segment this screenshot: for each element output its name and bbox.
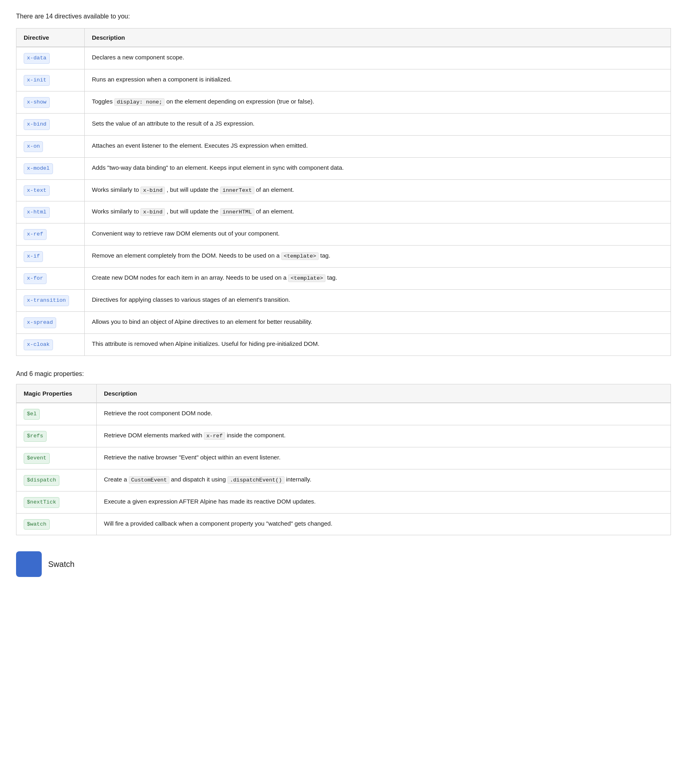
directive-description-cell: Convenient way to retrieve raw DOM eleme… [85, 223, 671, 246]
directive-name-cell: x-init [16, 69, 85, 91]
table-row: x-bindSets the value of an attribute to … [16, 113, 671, 135]
inline-code: innerHTML [220, 208, 254, 216]
magic-col2-header: Description [97, 384, 671, 403]
table-row: x-showToggles display: none; on the elem… [16, 91, 671, 113]
magic-badge: $dispatch [24, 475, 59, 486]
table-row: $dispatchCreate a CustomEvent and dispat… [16, 469, 671, 491]
table-row: $watchWill fire a provided callback when… [16, 513, 671, 535]
magic-description-cell: Create a CustomEvent and dispatch it usi… [97, 469, 671, 491]
magic-name-cell: $event [16, 447, 97, 469]
magic-description-cell: Retrieve the root component DOM node. [97, 403, 671, 425]
table-row: $eventRetrieve the native browser "Event… [16, 447, 671, 469]
directive-badge: x-text [24, 185, 50, 196]
directive-badge: x-init [24, 75, 50, 86]
magic-table: Magic Properties Description $elRetrieve… [16, 384, 671, 536]
directive-badge: x-transition [24, 295, 69, 306]
table-row: x-transitionDirectives for applying clas… [16, 290, 671, 312]
directive-description-cell: Toggles display: none; on the element de… [85, 91, 671, 113]
table-row: x-htmlWorks similarly to x-bind , but wi… [16, 201, 671, 223]
table-row: x-cloakThis attribute is removed when Al… [16, 333, 671, 355]
directive-name-cell: x-transition [16, 290, 85, 312]
directive-description-cell: Works similarly to x-bind , but will upd… [85, 201, 671, 223]
directive-badge: x-spread [24, 317, 56, 328]
swatch-color-box [16, 551, 42, 577]
table-row: x-modelAdds "two-way data binding" to an… [16, 157, 671, 179]
magic-name-cell: $dispatch [16, 469, 97, 491]
directives-table: Directive Description x-dataDeclares a n… [16, 28, 671, 356]
inline-code: x-bind [140, 208, 165, 216]
table-row: $refsRetrieve DOM elements marked with x… [16, 425, 671, 447]
directive-description-cell: Declares a new component scope. [85, 47, 671, 69]
magic-name-cell: $el [16, 403, 97, 425]
directive-description-cell: Works similarly to x-bind , but will upd… [85, 179, 671, 201]
table-row: x-ifRemove an element completely from th… [16, 246, 671, 268]
directives-col2-header: Description [85, 28, 671, 47]
magic-description-cell: Retrieve the native browser "Event" obje… [97, 447, 671, 469]
table-row: x-textWorks similarly to x-bind , but wi… [16, 179, 671, 201]
directive-badge: x-ref [24, 229, 47, 240]
table-row: x-onAttaches an event listener to the el… [16, 135, 671, 157]
table-row: x-spreadAllows you to bind an object of … [16, 312, 671, 334]
inline-code: .dispatchEvent() [228, 476, 285, 484]
table-row: $nextTickExecute a given expression AFTE… [16, 491, 671, 513]
directive-name-cell: x-text [16, 179, 85, 201]
directive-name-cell: x-if [16, 246, 85, 268]
table-row: x-initRuns an expression when a componen… [16, 69, 671, 91]
table-row: x-dataDeclares a new component scope. [16, 47, 671, 69]
directive-name-cell: x-spread [16, 312, 85, 334]
magic-badge: $el [24, 409, 40, 420]
directive-name-cell: x-data [16, 47, 85, 69]
magic-badge: $watch [24, 519, 50, 530]
directive-name-cell: x-model [16, 157, 85, 179]
directive-name-cell: x-for [16, 268, 85, 290]
directive-description-cell: This attribute is removed when Alpine in… [85, 333, 671, 355]
directive-badge: x-show [24, 97, 50, 108]
magic-description-cell: Retrieve DOM elements marked with x-ref … [97, 425, 671, 447]
intro-directives: There are 14 directives available to you… [16, 13, 671, 20]
magic-badge: $event [24, 453, 50, 464]
directive-description-cell: Adds "two-way data binding" to an elemen… [85, 157, 671, 179]
directive-badge: x-if [24, 251, 43, 262]
directive-name-cell: x-bind [16, 113, 85, 135]
swatch-area: Swatch [16, 551, 671, 577]
directive-name-cell: x-show [16, 91, 85, 113]
directives-col1-header: Directive [16, 28, 85, 47]
table-row: x-refConvenient way to retrieve raw DOM … [16, 223, 671, 246]
swatch-label: Swatch [48, 560, 75, 569]
directive-badge: x-for [24, 273, 47, 284]
directive-badge: x-model [24, 163, 53, 174]
directive-description-cell: Runs an expression when a component is i… [85, 69, 671, 91]
directive-description-cell: Sets the value of an attribute to the re… [85, 113, 671, 135]
magic-description-cell: Execute a given expression AFTER Alpine … [97, 491, 671, 513]
magic-name-cell: $watch [16, 513, 97, 535]
magic-badge: $refs [24, 431, 47, 442]
directive-badge: x-html [24, 207, 50, 218]
directive-badge: x-data [24, 53, 50, 64]
directive-badge: x-cloak [24, 339, 53, 350]
table-row: x-forCreate new DOM nodes for each item … [16, 268, 671, 290]
magic-description-cell: Will fire a provided callback when a com… [97, 513, 671, 535]
inline-code: innerText [220, 187, 254, 194]
directive-name-cell: x-on [16, 135, 85, 157]
table-row: $elRetrieve the root component DOM node. [16, 403, 671, 425]
directive-name-cell: x-cloak [16, 333, 85, 355]
intro-magic: And 6 magic properties: [16, 370, 671, 378]
magic-name-cell: $refs [16, 425, 97, 447]
inline-code: x-bind [140, 187, 165, 194]
directive-badge: x-on [24, 141, 43, 152]
inline-code: CustomEvent [129, 476, 169, 484]
directive-description-cell: Create new DOM nodes for each item in an… [85, 268, 671, 290]
directive-description-cell: Directives for applying classes to vario… [85, 290, 671, 312]
directive-name-cell: x-html [16, 201, 85, 223]
inline-code: x-ref [204, 432, 225, 440]
directive-description-cell: Remove an element completely from the DO… [85, 246, 671, 268]
directive-description-cell: Allows you to bind an object of Alpine d… [85, 312, 671, 334]
inline-code: <template> [281, 252, 319, 260]
directive-description-cell: Attaches an event listener to the elemen… [85, 135, 671, 157]
magic-name-cell: $nextTick [16, 491, 97, 513]
magic-col1-header: Magic Properties [16, 384, 97, 403]
inline-code: <template> [288, 274, 325, 282]
directive-badge: x-bind [24, 119, 50, 130]
directive-name-cell: x-ref [16, 223, 85, 246]
magic-badge: $nextTick [24, 497, 59, 508]
